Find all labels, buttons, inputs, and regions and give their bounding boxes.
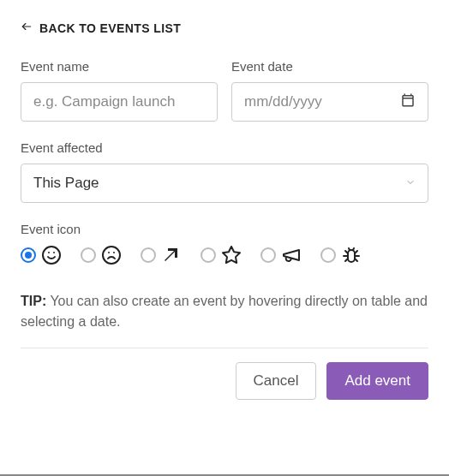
event-name-label: Event name bbox=[21, 59, 218, 74]
radio-input[interactable] bbox=[320, 247, 336, 263]
svg-marker-7 bbox=[223, 247, 240, 263]
icon-option-megaphone[interactable] bbox=[260, 245, 302, 265]
event-date-label: Event date bbox=[231, 59, 428, 74]
radio-input[interactable] bbox=[21, 247, 36, 263]
megaphone-icon bbox=[281, 245, 302, 265]
back-link-label: BACK TO EVENTS LIST bbox=[39, 21, 181, 35]
add-event-button[interactable]: Add event bbox=[326, 362, 428, 400]
event-name-input[interactable] bbox=[21, 82, 218, 122]
smile-icon bbox=[41, 245, 62, 265]
arrow-left-icon bbox=[21, 21, 33, 35]
event-affected-field: Event affected This Page bbox=[21, 140, 428, 203]
event-icon-field: Event icon bbox=[21, 222, 428, 265]
event-affected-label: Event affected bbox=[21, 140, 428, 155]
event-icon-options bbox=[21, 245, 428, 265]
frown-icon bbox=[101, 245, 122, 265]
back-to-events-link[interactable]: BACK TO EVENTS LIST bbox=[21, 21, 428, 35]
chevron-down-icon bbox=[405, 175, 416, 192]
event-affected-value: This Page bbox=[33, 175, 99, 192]
icon-option-star[interactable] bbox=[201, 245, 242, 265]
footer-divider bbox=[21, 348, 428, 348]
event-date-input[interactable]: mm/dd/yyyy bbox=[231, 82, 428, 122]
tip-prefix: TIP: bbox=[21, 294, 46, 308]
icon-option-smile[interactable] bbox=[21, 245, 62, 265]
arrow-up-right-icon bbox=[161, 245, 182, 265]
svg-point-1 bbox=[43, 247, 60, 264]
radio-input[interactable] bbox=[260, 247, 276, 263]
footer-actions: Cancel Add event bbox=[21, 362, 428, 400]
event-affected-select[interactable]: This Page bbox=[21, 164, 428, 203]
icon-option-arrow[interactable] bbox=[141, 245, 182, 265]
radio-input[interactable] bbox=[141, 247, 156, 263]
radio-input[interactable] bbox=[81, 247, 96, 263]
svg-point-4 bbox=[103, 247, 120, 264]
event-date-placeholder: mm/dd/yyyy bbox=[244, 93, 322, 110]
icon-option-frown[interactable] bbox=[81, 245, 122, 265]
tip-body: You can also create an event by hovering… bbox=[21, 294, 428, 329]
event-icon-label: Event icon bbox=[21, 222, 428, 236]
event-name-field: Event name bbox=[21, 59, 218, 122]
radio-input[interactable] bbox=[201, 247, 216, 263]
tip-text: TIP: You can also create an event by hov… bbox=[21, 291, 428, 332]
cancel-button[interactable]: Cancel bbox=[236, 362, 317, 400]
svg-rect-8 bbox=[348, 250, 355, 262]
bug-icon bbox=[341, 245, 362, 265]
event-date-field: Event date mm/dd/yyyy bbox=[231, 59, 428, 122]
icon-option-bug[interactable] bbox=[320, 245, 362, 265]
star-icon bbox=[221, 245, 242, 265]
calendar-icon bbox=[400, 92, 416, 112]
